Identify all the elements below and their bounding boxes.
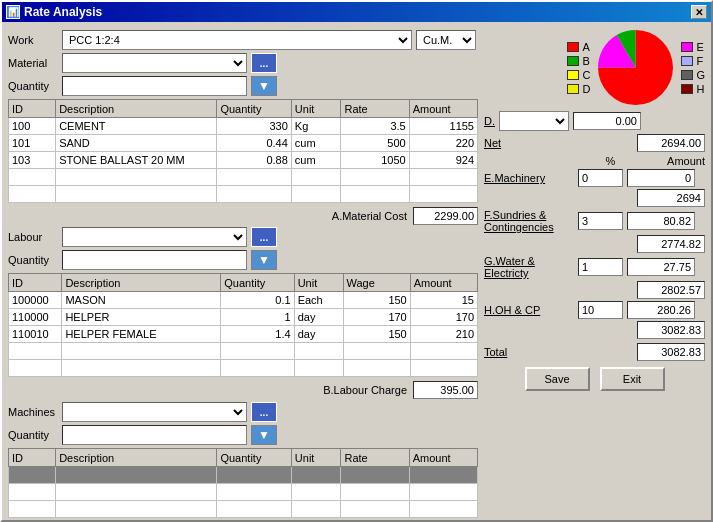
labour-qty-input[interactable]	[62, 250, 247, 270]
material-dots-button[interactable]: ...	[251, 53, 277, 73]
amount-header: Amount	[637, 155, 705, 167]
g-water-pct[interactable]	[578, 258, 623, 276]
e-subtotal[interactable]	[637, 189, 705, 207]
lab-wage-0: 150	[343, 292, 410, 309]
save-label: Save	[544, 373, 569, 385]
mac-desc-2	[56, 501, 217, 518]
mac-unit-1	[291, 484, 341, 501]
mat-unit-1: cum	[291, 135, 341, 152]
col-id-l: ID	[9, 274, 62, 292]
mat-qty-1: 0.44	[217, 135, 291, 152]
legend-d: D	[582, 83, 590, 95]
lab-qty-3	[221, 343, 294, 360]
work-label: Work	[8, 34, 58, 46]
exit-label: Exit	[623, 373, 641, 385]
mat-unit-2: cum	[291, 152, 341, 169]
lab-wage-3	[343, 343, 410, 360]
g-water-amount[interactable]	[627, 258, 695, 276]
legend-a: A	[582, 41, 589, 53]
net-value[interactable]	[637, 134, 705, 152]
machines-label: Machines	[8, 406, 58, 418]
col-amount-l: Amount	[410, 274, 477, 292]
material-table-row	[9, 186, 478, 203]
machines-table: ID Description Quantity Unit Rate Amount	[8, 448, 478, 518]
f-sundries-label: F.Sundries &Contingencies	[484, 209, 574, 233]
col-qty: Quantity	[217, 100, 291, 118]
d-value[interactable]	[573, 112, 641, 130]
mac-qty-2	[217, 501, 291, 518]
mat-id-3	[9, 169, 56, 186]
total-value[interactable]	[637, 343, 705, 361]
e-machinery-pct[interactable]	[578, 169, 623, 187]
g-water-label: G.Water &Electricty	[484, 255, 574, 279]
lab-amount-1: 170	[410, 309, 477, 326]
labour-table-row: 110010 HELPER FEMALE 1.4 day 150 210	[9, 326, 478, 343]
h-oh-pct[interactable]	[578, 301, 623, 319]
exit-button[interactable]: Exit	[600, 367, 665, 391]
lab-id-0: 100000	[9, 292, 62, 309]
f-sundries-pct[interactable]	[578, 212, 623, 230]
machines-combo[interactable]	[62, 402, 247, 422]
mac-amount-1	[409, 484, 477, 501]
labour-dots-button[interactable]: ...	[251, 227, 277, 247]
e-machinery-amount[interactable]	[627, 169, 695, 187]
title-bar: 📊 Rate Analysis ✕	[2, 2, 711, 22]
lab-unit-2: day	[294, 326, 343, 343]
mat-qty-2: 0.88	[217, 152, 291, 169]
legend-g: G	[696, 69, 705, 81]
h-oh-amount[interactable]	[627, 301, 695, 319]
col-amount-m: Amount	[409, 449, 477, 467]
net-label: Net	[484, 137, 501, 149]
lab-unit-1: day	[294, 309, 343, 326]
lab-id-1: 110000	[9, 309, 62, 326]
material-table-row: 103 STONE BALLAST 20 MM 0.88 cum 1050 92…	[9, 152, 478, 169]
mat-qty-4	[217, 186, 291, 203]
col-rate: Rate	[341, 100, 409, 118]
labour-table-row: 100000 MASON 0.1 Each 150 15	[9, 292, 478, 309]
lab-qty-2: 1.4	[221, 326, 294, 343]
labour-qty-label: Quantity	[8, 254, 58, 266]
f-sundries-amount[interactable]	[627, 212, 695, 230]
machines-down-button[interactable]: ▼	[251, 425, 277, 445]
machines-table-row	[9, 501, 478, 518]
b-labour-charge-value[interactable]	[413, 381, 478, 399]
h-oh-label: H.OH & CP	[484, 304, 574, 316]
mat-qty-3	[217, 169, 291, 186]
mat-amount-1: 220	[409, 135, 477, 152]
machines-qty-input[interactable]	[62, 425, 247, 445]
material-qty-input[interactable]	[62, 76, 247, 96]
col-unit-l: Unit	[294, 274, 343, 292]
mac-amount-0	[409, 467, 477, 484]
mat-amount-4	[409, 186, 477, 203]
work-combo[interactable]: PCC 1:2:4	[62, 30, 412, 50]
labour-combo[interactable]	[62, 227, 247, 247]
mat-unit-0: Kg	[291, 118, 341, 135]
lab-amount-4	[410, 360, 477, 377]
pie-chart	[598, 30, 673, 105]
close-button[interactable]: ✕	[691, 5, 707, 19]
mat-amount-3	[409, 169, 477, 186]
unit-combo[interactable]: Cu.M.	[416, 30, 476, 50]
col-desc-l: Description	[62, 274, 221, 292]
mac-qty-0	[217, 467, 291, 484]
lab-desc-2: HELPER FEMALE	[62, 326, 221, 343]
mat-unit-4	[291, 186, 341, 203]
f-subtotal[interactable]	[637, 235, 705, 253]
d-combo[interactable]	[499, 111, 569, 131]
g-subtotal[interactable]	[637, 281, 705, 299]
labour-down-button[interactable]: ▼	[251, 250, 277, 270]
mac-id-0	[9, 467, 56, 484]
legend-e: E	[696, 41, 703, 53]
mac-id-1	[9, 484, 56, 501]
machines-dots-button[interactable]: ...	[251, 402, 277, 422]
col-rate-m: Rate	[341, 449, 409, 467]
h-subtotal[interactable]	[637, 321, 705, 339]
material-down-button[interactable]: ▼	[251, 76, 277, 96]
mat-desc-4	[56, 186, 217, 203]
lab-desc-1: HELPER	[62, 309, 221, 326]
lab-qty-1: 1	[221, 309, 294, 326]
a-material-cost-value[interactable]	[413, 207, 478, 225]
material-combo[interactable]	[62, 53, 247, 73]
mat-rate-0: 3.5	[341, 118, 409, 135]
save-button[interactable]: Save	[525, 367, 590, 391]
